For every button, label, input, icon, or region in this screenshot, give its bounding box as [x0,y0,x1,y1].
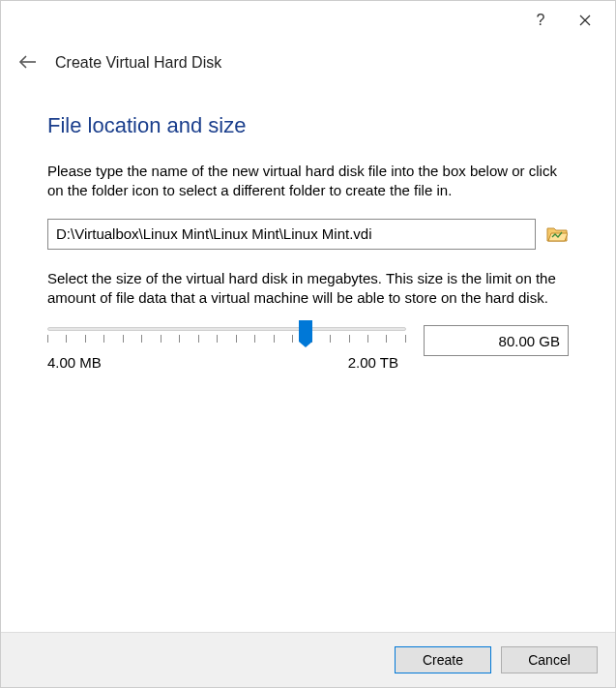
file-location-help-text: Please type the name of the new virtual … [47,162,569,201]
folder-icon [546,224,568,244]
close-icon [579,15,591,26]
cancel-button[interactable]: Cancel [501,646,598,673]
slider-ticks [47,335,406,343]
back-arrow-icon [18,54,38,70]
titlebar: ? [1,1,615,40]
wizard-footer: Create Cancel [1,632,615,687]
section-heading: File location and size [47,113,569,138]
close-button[interactable] [563,5,607,36]
back-button[interactable] [16,52,40,75]
file-path-row [47,219,569,250]
slider-thumb[interactable] [299,320,312,342]
size-slider-container: 4.00 MB 2.00 TB [47,325,406,371]
size-input[interactable] [424,325,569,356]
wizard-content: File location and size Please type the n… [1,86,615,632]
wizard-title: Create Virtual Hard Disk [55,54,221,72]
size-row: 4.00 MB 2.00 TB [47,325,569,371]
create-button[interactable]: Create [395,646,491,673]
slider-range-labels: 4.00 MB 2.00 TB [47,354,406,371]
slider-min-label: 4.00 MB [47,354,102,371]
size-help-text: Select the size of the virtual hard disk… [47,269,569,309]
wizard-header: Create Virtual Hard Disk [1,40,615,86]
slider-max-label: 2.00 TB [348,354,398,371]
size-slider[interactable] [47,327,406,331]
help-button[interactable]: ? [518,5,563,36]
file-path-input[interactable] [47,219,536,250]
browse-folder-button[interactable] [545,223,569,246]
